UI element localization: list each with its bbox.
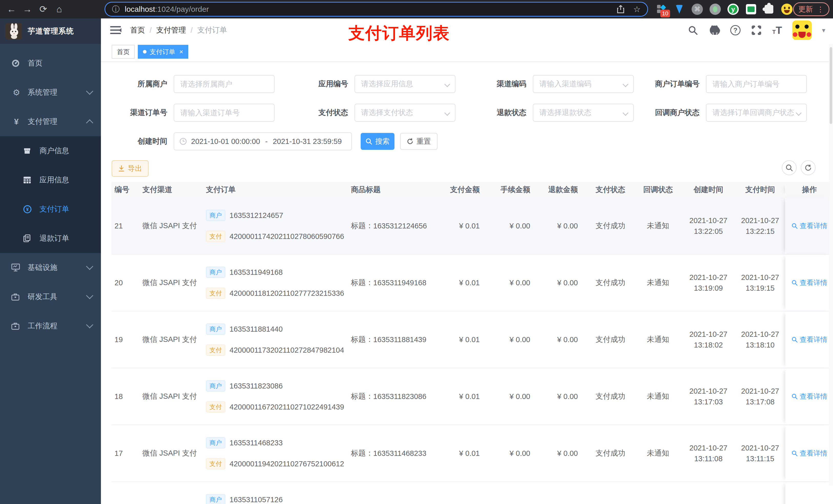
merchant-order-no-input-wrap[interactable] — [706, 75, 807, 93]
filter-label: 商户订单编号 — [634, 79, 706, 89]
sidebar-item-label: 系统管理 — [28, 87, 57, 98]
tab-home[interactable]: 首页 — [112, 45, 135, 58]
cell-pay-order: 商户 1635311057126 支付 — [202, 482, 351, 504]
app-select[interactable]: 请选择应用信息 — [355, 75, 455, 93]
merchant-input[interactable] — [180, 80, 268, 88]
action-label: 查看详情 — [800, 449, 827, 458]
title-value: 1635311468233 — [373, 449, 427, 458]
breadcrumb-home[interactable]: 首页 — [130, 25, 145, 35]
callback-status-select[interactable]: 请选择订单回调商户状态 — [706, 104, 807, 122]
merchant-tag: 商户 — [206, 210, 225, 221]
sidebar-item-home[interactable]: 首页 — [0, 49, 101, 78]
sidebar-item-label: 首页 — [28, 58, 43, 68]
scrollbar-thumb[interactable] — [830, 47, 832, 124]
channel-order-no-input-wrap[interactable] — [174, 104, 275, 122]
extension-y-icon[interactable]: y — [728, 4, 739, 15]
sidebar-item-pay-order[interactable]: ¥ 支付订单 — [0, 195, 101, 224]
sidebar-item-merchant-info[interactable]: 商户信息 — [0, 136, 101, 165]
cell-id: 19 — [112, 311, 141, 368]
column-header: 退款金额 — [539, 185, 587, 195]
filter-label: 退款状态 — [455, 107, 533, 118]
show-search-toggle-button[interactable] — [782, 160, 796, 175]
extension-puzzle-icon[interactable] — [763, 4, 775, 15]
date-start[interactable]: 2021-10-01 00:00:00 — [191, 137, 260, 146]
sidebar-item-infrastructure[interactable]: 基础设施 — [0, 253, 101, 282]
user-avatar[interactable] — [792, 21, 812, 40]
cell-pay-status: 支付成功 — [587, 311, 634, 368]
filter-channel-code: 渠道编码 请输入渠道编码 — [455, 75, 634, 93]
extension-dot-icon[interactable] — [710, 4, 721, 15]
browser-home-icon[interactable]: ⌂ — [51, 4, 67, 15]
sidebar-fold-icon[interactable] — [110, 26, 121, 34]
browser-update-button[interactable]: 更新 ⋮ — [793, 2, 829, 16]
search-icon[interactable] — [687, 25, 698, 36]
channel-code-select[interactable]: 请输入渠道编码 — [533, 75, 634, 93]
filter-form: 所属商户 应用编号 请选择应用信息 渠道编码 请输入渠道编码 — [101, 70, 833, 156]
create-time: 13:18:02 — [694, 340, 723, 350]
column-header: 回调状态 — [634, 185, 682, 195]
merchant-select[interactable] — [174, 75, 275, 93]
browser-forward-icon[interactable]: → — [20, 4, 35, 15]
help-icon[interactable]: ? — [730, 25, 740, 35]
merchant-order-no: 1635311057126 — [230, 496, 283, 504]
pay-status-select[interactable]: 请选择支付状态 — [355, 104, 455, 122]
view-detail-link[interactable]: 查看详情 — [791, 278, 827, 287]
merchant-order-line: 商户 1635311468233 — [206, 437, 283, 449]
pay-tag: 支付 — [206, 458, 225, 470]
placeholder-text: 请选择退款状态 — [540, 107, 592, 118]
view-detail-link[interactable]: 查看详情 — [791, 392, 827, 401]
view-detail-link[interactable]: 查看详情 — [791, 221, 827, 231]
user-menu-caret-icon[interactable]: ▾ — [822, 26, 825, 34]
date-end[interactable]: 2021-10-31 23:59:59 — [273, 137, 342, 146]
extension-grid-icon[interactable]: 10 — [656, 4, 667, 15]
view-detail-link[interactable]: 查看详情 — [791, 335, 827, 344]
tab-pay-order[interactable]: 支付订单 × — [138, 45, 188, 58]
extension-command-icon[interactable]: ⌘ — [692, 4, 703, 15]
sidebar-item-system[interactable]: ⚙ 系统管理 — [0, 78, 101, 107]
address-bar[interactable]: ⓘ localhost:1024/pay/order ☆ — [104, 2, 648, 17]
sidebar-item-refund-order[interactable]: 退款订单 — [0, 224, 101, 253]
cell-amount: ¥ 0.01 — [435, 198, 489, 254]
create-date: 2021-10-27 — [689, 215, 727, 226]
chevron-down-icon — [86, 321, 93, 328]
browser-menu-dots-icon[interactable]: ⋮ — [817, 5, 824, 14]
reset-button[interactable]: 重置 — [400, 133, 437, 150]
sidebar-item-workflow[interactable]: 工作流程 — [0, 311, 101, 341]
cell-title: 标题：1635311468233 — [351, 425, 435, 481]
sidebar-item-label: 基础设施 — [28, 263, 57, 273]
cell-refund: ¥ 0.00 — [539, 368, 587, 425]
extension-pin-icon[interactable] — [674, 4, 685, 15]
site-info-icon[interactable]: ⓘ — [112, 4, 120, 15]
chevron-down-icon — [796, 110, 802, 116]
channel-order-no-input[interactable] — [180, 109, 268, 117]
close-icon[interactable]: × — [179, 48, 183, 56]
view-detail-link[interactable]: 查看详情 — [791, 449, 827, 458]
breadcrumb-payment[interactable]: 支付管理 — [156, 25, 186, 35]
extension-emoji-icon[interactable] — [781, 4, 792, 15]
font-size-icon[interactable]: TT — [772, 25, 782, 36]
sidebar-item-app-info[interactable]: 应用信息 — [0, 165, 101, 195]
cell-fee: ¥ 0.00 — [489, 198, 539, 254]
sidebar-item-payment[interactable]: ¥ 支付管理 — [0, 107, 101, 136]
page-scrollbar[interactable] — [829, 44, 833, 485]
browser-back-icon[interactable]: ← — [4, 4, 20, 15]
title-value: 1635311823086 — [373, 392, 427, 401]
refund-status-select[interactable]: 请选择退款状态 — [533, 104, 634, 122]
top-navbar: 首页 / 支付管理 / 支付订单 支付订单列表 ? TT ▾ — [101, 19, 833, 42]
extension-chat-icon[interactable] — [745, 4, 757, 15]
refresh-table-button[interactable] — [801, 160, 815, 175]
sidebar-item-dev-tools[interactable]: 研发工具 — [0, 282, 101, 311]
bookmark-star-icon[interactable]: ☆ — [633, 4, 641, 14]
reset-button-label: 重置 — [416, 137, 431, 146]
github-icon[interactable] — [709, 25, 720, 36]
merchant-order-no-input[interactable] — [713, 80, 800, 88]
create-time: 13:22:05 — [694, 226, 723, 237]
fullscreen-icon[interactable] — [751, 25, 762, 36]
pay-date: 2021-10-27 — [741, 272, 779, 283]
share-icon[interactable] — [617, 5, 624, 14]
export-button[interactable]: 导出 — [112, 160, 148, 177]
browser-reload-icon[interactable]: ⟳ — [35, 4, 51, 15]
date-range-picker[interactable]: 2021-10-01 00:00:00 - 2021-10-31 23:59:5… — [174, 133, 352, 150]
placeholder-text: 请选择应用信息 — [361, 79, 413, 89]
search-button[interactable]: 搜索 — [361, 133, 395, 150]
